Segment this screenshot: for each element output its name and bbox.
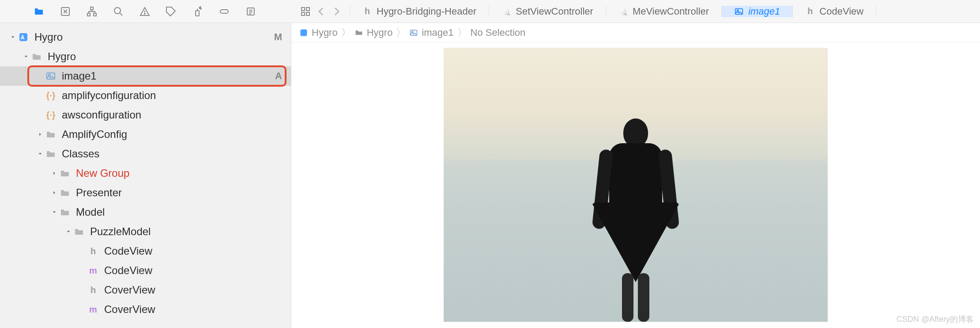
- tree-row-classes[interactable]: Classes: [0, 144, 291, 164]
- tree-row-image1[interactable]: image1A: [0, 66, 291, 86]
- tab-label: MeViewController: [633, 6, 709, 17]
- m-icon: m: [87, 266, 100, 276]
- tree-item-label: amplifyconfiguration: [62, 89, 282, 102]
- svg-rect-3: [90, 7, 93, 10]
- tree-row-model[interactable]: Model: [0, 202, 291, 222]
- tree-item-label: New Group: [76, 167, 282, 179]
- editor-area: Hygro 〉 Hygro 〉 image1 〉 No Selection: [291, 23, 980, 328]
- tree-item-label: Hygro: [34, 31, 274, 43]
- related-items-icon[interactable]: [299, 5, 312, 18]
- disclosure-triangle-icon[interactable]: [36, 131, 44, 137]
- editor-tabs: hHygro-Bridging-Header SetViewController…: [350, 6, 980, 17]
- tree-item-label: Presenter: [76, 187, 282, 199]
- scm-status: M: [274, 31, 282, 43]
- svg-point-6: [114, 8, 121, 14]
- tree-item-label: PuzzleModel: [90, 225, 282, 238]
- tree-row-presenter[interactable]: Presenter: [0, 183, 291, 202]
- tree-row-codeview[interactable]: mCodeView: [0, 261, 291, 280]
- tag-icon[interactable]: [165, 5, 177, 18]
- h-icon: h: [87, 246, 100, 256]
- breadcrumb-item[interactable]: image1: [409, 27, 453, 38]
- navigator-tab-icons: [0, 5, 291, 18]
- folder-icon: [58, 168, 72, 179]
- tree-item-label: AmplifyConfig: [62, 128, 282, 141]
- project-navigator: HygroMHygroimage1A{·}amplifyconfiguratio…: [0, 23, 291, 328]
- breadcrumb-item[interactable]: No Selection: [471, 27, 526, 38]
- tree-item-label: awsconfiguration: [62, 109, 282, 121]
- breadcrumb-item[interactable]: Hygro: [299, 27, 338, 38]
- nav-back-icon[interactable]: [316, 6, 327, 17]
- json-icon: {·}: [44, 91, 57, 101]
- tree-row-awsconfiguration[interactable]: {·}awsconfiguration: [0, 105, 291, 125]
- svg-point-9: [144, 13, 145, 14]
- tab-hygro-bridging-header[interactable]: hHygro-Bridging-Header: [350, 6, 489, 17]
- disclosure-triangle-icon[interactable]: [50, 209, 58, 215]
- tree-row-hygro[interactable]: Hygro: [0, 47, 291, 66]
- svg-point-13: [200, 7, 201, 8]
- svg-rect-22: [306, 12, 309, 15]
- svg-rect-19: [302, 8, 305, 11]
- swift-file-icon: [618, 7, 628, 16]
- tab-meviewcontroller[interactable]: MeViewController: [606, 6, 722, 17]
- inspector-icon[interactable]: [59, 5, 72, 18]
- tree-item-label: CoverView: [104, 303, 282, 316]
- svg-point-12: [200, 8, 201, 9]
- disclosure-triangle-icon[interactable]: [22, 53, 30, 60]
- tab-label: image1: [748, 6, 780, 17]
- breadcrumb[interactable]: Hygro 〉 Hygro 〉 image1 〉 No Selection: [291, 23, 980, 42]
- image-file-icon: [734, 7, 744, 16]
- spray-icon[interactable]: [192, 5, 204, 18]
- tree-row-hygro[interactable]: HygroM: [0, 27, 291, 47]
- tree-row-new-group[interactable]: New Group: [0, 164, 291, 183]
- folder-icon[interactable]: [33, 5, 45, 18]
- tree-item-label: CoverView: [104, 284, 282, 296]
- tree-item-label: Classes: [62, 148, 282, 160]
- h-file-icon: h: [362, 7, 372, 16]
- list-icon[interactable]: [245, 5, 257, 18]
- svg-rect-21: [302, 12, 305, 15]
- disclosure-triangle-icon[interactable]: [9, 34, 17, 40]
- image-preview: [444, 48, 828, 322]
- svg-rect-28: [301, 29, 307, 36]
- h-file-icon: h: [805, 7, 815, 16]
- proj-icon: [17, 32, 30, 42]
- tree-row-codeview[interactable]: hCodeView: [0, 241, 291, 261]
- tree-row-puzzlemodel[interactable]: PuzzleModel: [0, 222, 291, 241]
- disclosure-triangle-icon[interactable]: [50, 190, 58, 196]
- capsule-icon[interactable]: [218, 5, 230, 18]
- tab-setviewcontroller[interactable]: SetViewController: [489, 6, 606, 17]
- hierarchy-icon[interactable]: [86, 5, 98, 18]
- tree-row-coverview[interactable]: hCoverView: [0, 280, 291, 300]
- file-tree: HygroMHygroimage1A{·}amplifyconfiguratio…: [0, 23, 291, 328]
- watermark: CSDN @Aftery的博客: [897, 314, 974, 324]
- svg-rect-4: [87, 13, 90, 16]
- tab-codeview[interactable]: hCodeView: [793, 6, 876, 17]
- folder-icon: [72, 226, 86, 237]
- chevron-right-icon: 〉: [395, 26, 407, 39]
- tree-item-label: image1: [62, 70, 275, 82]
- nav-forward-icon[interactable]: [331, 6, 342, 17]
- breadcrumb-item[interactable]: Hygro: [354, 27, 393, 38]
- folder-icon: [30, 51, 43, 62]
- folder-icon: [58, 207, 72, 217]
- tab-image1[interactable]: image1: [722, 6, 793, 17]
- tree-row-coverview[interactable]: mCoverView: [0, 300, 291, 319]
- tree-item-label: Model: [76, 206, 282, 218]
- disclosure-triangle-icon[interactable]: [50, 170, 58, 176]
- image-canvas: [291, 42, 980, 328]
- folder-icon: [44, 149, 57, 159]
- editor-nav-group: [291, 5, 350, 18]
- svg-rect-14: [220, 10, 228, 13]
- folder-icon: [44, 129, 57, 140]
- search-icon[interactable]: [112, 5, 124, 18]
- tree-item-label: CodeView: [104, 245, 282, 257]
- warning-icon[interactable]: [139, 5, 151, 18]
- tree-row-amplifyconfiguration[interactable]: {·}amplifyconfiguration: [0, 86, 291, 105]
- chevron-right-icon: 〉: [456, 26, 468, 39]
- tree-row-amplifyconfig[interactable]: AmplifyConfig: [0, 125, 291, 144]
- disclosure-triangle-icon[interactable]: [64, 229, 72, 235]
- json-icon: {·}: [44, 110, 57, 120]
- disclosure-triangle-icon[interactable]: [36, 151, 44, 157]
- scm-status: A: [275, 70, 282, 82]
- editor-toolbar: hHygro-Bridging-Header SetViewController…: [291, 5, 980, 18]
